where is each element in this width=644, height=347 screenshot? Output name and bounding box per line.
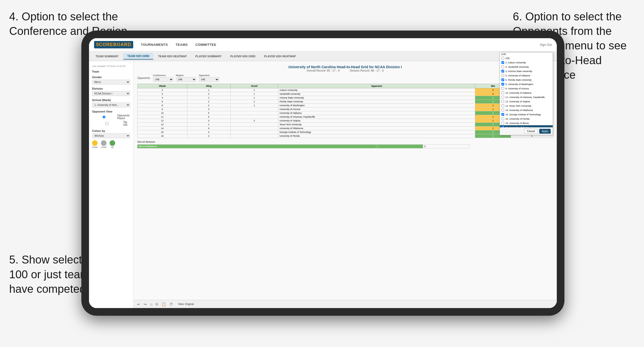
report-subtitle: Overall Record: 89 - 17 - 0 Division Rec… bbox=[137, 69, 553, 72]
nav-signout[interactable]: Sign Out bbox=[540, 43, 552, 47]
tab-player-h2h-heatmap[interactable]: PLAYER H2H HEATMAP bbox=[260, 53, 300, 59]
cell-conf bbox=[230, 134, 278, 138]
cancel-button[interactable]: Cancel bbox=[524, 129, 538, 134]
opponent-select[interactable]: (All) bbox=[199, 77, 219, 82]
col-reg: #Reg bbox=[187, 84, 230, 88]
cell-reg: 2 bbox=[187, 134, 230, 138]
cell-rank: 16 bbox=[138, 134, 187, 138]
cell-rank: 2 bbox=[138, 88, 187, 92]
cell-team: Texas Tech University bbox=[278, 123, 475, 127]
gender-select[interactable]: Men's bbox=[92, 80, 130, 85]
dropdown-item[interactable]: 2. Auburn University bbox=[500, 60, 553, 65]
table-row: 14 9 University of Oklahoma 2 2 bbox=[138, 127, 553, 130]
opponent-dropdown[interactable]: (All) (All) 2. Auburn University 3. Vand… bbox=[500, 52, 553, 135]
out-table-row: NCAA Division II 1 0 bbox=[138, 145, 470, 148]
toolbar-copy[interactable]: ⎘ bbox=[155, 302, 159, 307]
division-select[interactable]: NCAA Division I bbox=[92, 91, 130, 96]
table-row: 10 5 University of Alabama 3 0 bbox=[138, 111, 553, 115]
nav-teams[interactable]: TEAMS bbox=[175, 43, 188, 47]
filter-row: Opponents: Conference (All) Region (All) bbox=[137, 74, 553, 82]
dropdown-item[interactable]: 4. Arizona State University bbox=[500, 69, 553, 73]
nav-tournaments[interactable]: TOURNAMENTS bbox=[141, 43, 168, 47]
cell-reg: 1 bbox=[187, 88, 230, 92]
region-select[interactable]: (All) bbox=[176, 77, 196, 82]
cell-rank: 12 bbox=[138, 119, 187, 123]
dropdown-item[interactable]: 13. Texas Tech University bbox=[500, 104, 553, 108]
dropdown-item[interactable]: 20. University of Texas bbox=[500, 125, 553, 127]
colour-select[interactable]: Win/loss bbox=[92, 133, 130, 138]
dropdown-item[interactable]: (All) bbox=[500, 56, 553, 60]
dropdown-list[interactable]: (All) 2. Auburn University 3. Vanderbilt… bbox=[500, 56, 553, 127]
radio-opponents-played[interactable]: Opponents Played bbox=[92, 114, 130, 120]
dropdown-item[interactable]: 18. University of Illinois bbox=[500, 121, 553, 125]
dropdown-item[interactable]: 8. University of Washington bbox=[500, 82, 553, 86]
cell-team: University of Washington bbox=[278, 104, 475, 107]
color-legend: Down Level Up bbox=[92, 140, 130, 148]
table-row: 13 1 Texas Tech University 3 0 bbox=[138, 123, 553, 127]
cell-team: University of Arkansas, Fayetteville bbox=[278, 115, 475, 119]
cell-team: Vanderbilt University bbox=[278, 92, 475, 96]
division-label: Division bbox=[92, 87, 130, 90]
app-navbar: 5COREBOARD TOURNAMENTSTEAMSCOMMITTEE Sig… bbox=[89, 38, 557, 51]
table-area: University of North Carolina Head-to-Hea… bbox=[133, 61, 557, 300]
radio-top-100[interactable]: Top 100 bbox=[92, 121, 130, 126]
table-row: 8 2 1 University of Washington 1 0 bbox=[138, 104, 553, 107]
division-record: Division Record: 88 - 17 - 0 bbox=[350, 69, 384, 72]
toolbar-paste[interactable]: 📋 bbox=[160, 302, 167, 307]
main-content: Last Updated: 4/7/2024 16:55:38 Team Gen… bbox=[89, 61, 557, 308]
cell-reg: 6 bbox=[187, 115, 230, 119]
dropdown-item[interactable]: 15. Georgia Institute of Technology bbox=[500, 112, 553, 117]
tab-team-h2h-heatmap[interactable]: TEAM H2H HEATMAP bbox=[154, 53, 191, 59]
conference-select[interactable]: (All) bbox=[153, 77, 173, 82]
app-logo: 5COREBOARD bbox=[94, 41, 133, 48]
dropdown-item[interactable]: 16. University of Florida bbox=[500, 117, 553, 121]
tablet-screen: 5COREBOARD TOURNAMENTSTEAMSCOMMITTEE Sig… bbox=[89, 38, 557, 308]
toolbar-undo[interactable]: ↩ bbox=[136, 302, 141, 307]
region-filter: Region (All) bbox=[176, 74, 196, 82]
conference-filter: Conference (All) bbox=[153, 74, 173, 82]
down-dot bbox=[92, 140, 98, 146]
overall-record: Overall Record: 89 - 17 - 0 bbox=[307, 69, 340, 72]
dropdown-item[interactable]: 9. University of Arizona bbox=[500, 86, 553, 91]
dropdown-item[interactable]: 5. University of Alabama bbox=[500, 73, 553, 78]
cell-team: University of Oklahoma bbox=[278, 127, 475, 130]
toolbar-redo[interactable]: ↪ bbox=[143, 302, 148, 307]
tab-player-summary[interactable]: PLAYER SUMMARY bbox=[191, 53, 226, 59]
dropdown-item[interactable]: 10. University of Alabama bbox=[500, 91, 553, 95]
cell-team: Arizona State University bbox=[278, 96, 475, 100]
cell-reg: 2 bbox=[187, 92, 230, 96]
opponent-filter: Opponent (All) bbox=[199, 74, 219, 82]
table-row: 2 1 1 Auburn University 2 1 bbox=[138, 88, 553, 92]
table-row: 15 4 Georgia Institute of Technology 5 0 bbox=[138, 130, 553, 134]
gender-label: Gender bbox=[92, 76, 130, 79]
dropdown-item[interactable]: 6. Florida State University bbox=[500, 78, 553, 82]
tab-team-h2h-grid[interactable]: TEAM H2H GRID bbox=[123, 53, 154, 60]
table-row: 12 3 2 University of Virginia 1 0 bbox=[138, 119, 553, 123]
dropdown-item[interactable]: 14. University of Oklahoma bbox=[500, 108, 553, 112]
cell-reg: 5 bbox=[187, 111, 230, 115]
table-row: 9 3 University of Arizona 1 0 bbox=[138, 107, 553, 111]
level-label: Level bbox=[101, 146, 107, 148]
dropdown-title: (All) bbox=[500, 52, 553, 56]
apply-button[interactable]: Apply bbox=[539, 129, 551, 134]
cell-rank: 14 bbox=[138, 127, 187, 130]
tab-player-h2h-grid[interactable]: PLAYER H2H GRID bbox=[226, 53, 259, 59]
out-of-division-section: Out of division NCAA Division II 1 0 bbox=[137, 141, 553, 148]
left-panel: Last Updated: 4/7/2024 16:55:38 Team Gen… bbox=[89, 61, 133, 308]
nav-committee[interactable]: COMMITTEE bbox=[195, 43, 216, 47]
dropdown-item[interactable]: 3. Vanderbilt University bbox=[500, 65, 553, 69]
tab-team-summary[interactable]: TEAM SUMMARY bbox=[92, 53, 123, 59]
school-select[interactable]: 1. University of Nort... bbox=[92, 103, 130, 107]
cell-rank: 4 bbox=[138, 96, 187, 100]
dropdown-item[interactable]: 12. University of Virginia bbox=[500, 99, 553, 104]
col-rank: #Rank bbox=[138, 84, 187, 88]
toolbar-home[interactable]: ⌂ bbox=[149, 302, 153, 307]
cell-reg: 1 bbox=[187, 123, 230, 127]
table-row: 16 2 University of Florida 5 1 bbox=[138, 134, 553, 138]
dropdown-item[interactable]: 11. University of Arkansas, Fayetteville bbox=[500, 95, 553, 99]
toolbar-timer[interactable]: ⏱ bbox=[168, 302, 174, 307]
out-name: NCAA Division II bbox=[138, 145, 376, 148]
cell-conf bbox=[230, 127, 278, 130]
cell-team: University of Virginia bbox=[278, 119, 475, 123]
cell-rank: 8 bbox=[138, 104, 187, 107]
